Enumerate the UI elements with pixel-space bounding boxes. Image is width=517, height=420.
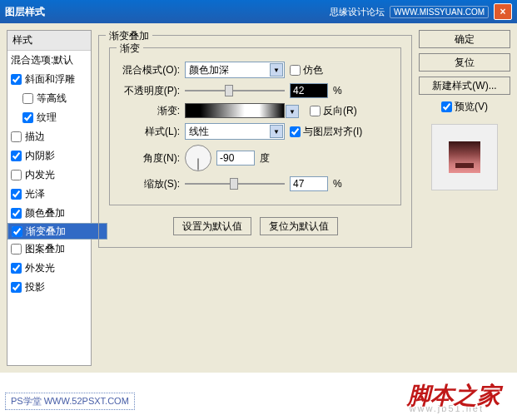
scale-field[interactable]: 47 <box>290 176 328 191</box>
window-title: 图层样式 <box>5 5 45 19</box>
style-label: 等高线 <box>37 91 67 106</box>
new-style-button[interactable]: 新建样式(W)... <box>419 77 510 95</box>
style-item-5[interactable]: 内发光 <box>7 166 91 185</box>
forum-url: WWW.MISSYUAN.COM <box>390 6 489 18</box>
style-checkbox[interactable] <box>11 74 22 85</box>
chevron-down-icon: ▼ <box>270 125 283 138</box>
style-label: 内阴影 <box>25 149 55 163</box>
reset-default-button[interactable]: 复位为默认值 <box>260 217 338 235</box>
style-item-11[interactable]: 投影 <box>7 278 91 297</box>
style-checkbox[interactable] <box>22 93 33 104</box>
style-checkbox[interactable] <box>11 151 22 161</box>
preview-thumbnail <box>431 124 498 190</box>
forum-text: 思缘设计论坛 <box>330 6 385 18</box>
right-panel: 确定 复位 新建样式(W)... 预览(V) <box>419 30 510 366</box>
blend-options-row[interactable]: 混合选项:默认 <box>7 51 91 70</box>
styles-header: 样式 <box>7 31 91 51</box>
style-checkbox[interactable] <box>12 226 22 237</box>
close-icon[interactable]: × <box>494 3 512 20</box>
scale-slider[interactable] <box>185 178 285 190</box>
style-label: 颜色叠加 <box>25 206 65 220</box>
style-checkbox[interactable] <box>11 189 22 200</box>
blend-mode-select[interactable]: 颜色加深▼ <box>185 62 285 78</box>
chevron-down-icon: ▼ <box>270 63 283 77</box>
style-item-3[interactable]: 描边 <box>7 127 91 146</box>
ok-button[interactable]: 确定 <box>419 30 510 48</box>
blend-mode-label: 混合模式(O): <box>120 63 180 77</box>
style-item-8[interactable]: 渐变叠加 <box>7 223 107 240</box>
style-label: 纹理 <box>37 111 57 125</box>
gradient-picker[interactable]: ▼ <box>185 103 285 118</box>
style-label: 渐变叠加 <box>26 225 66 239</box>
style-item-7[interactable]: 颜色叠加 <box>7 204 91 223</box>
watermark-main: 脚本之家 <box>407 380 500 412</box>
style-label: 投影 <box>25 280 45 294</box>
align-checkbox[interactable]: 与图层对齐(I) <box>290 125 362 139</box>
titlebar: 图层样式 思缘设计论坛 WWW.MISSYUAN.COM × <box>0 0 517 23</box>
inner-legend: 渐变 <box>117 42 143 56</box>
make-default-button[interactable]: 设置为默认值 <box>173 217 251 235</box>
style-checkbox[interactable] <box>11 282 22 293</box>
style-checkbox[interactable] <box>11 170 22 180</box>
style-checkbox[interactable] <box>22 112 33 123</box>
angle-dial[interactable] <box>185 145 211 171</box>
style-checkbox[interactable] <box>11 263 22 274</box>
style-label: 内发光 <box>25 168 55 182</box>
style-label: 光泽 <box>25 187 45 201</box>
gradient-inner-group: 渐变 混合模式(O): 颜色加深▼ 仿色 不透明度(P): 42 % 渐变: ▼ <box>109 47 401 205</box>
style-item-1[interactable]: 等高线 <box>7 89 91 108</box>
chevron-down-icon: ▼ <box>286 105 299 118</box>
cancel-button[interactable]: 复位 <box>419 53 510 72</box>
opacity-slider[interactable] <box>185 85 285 96</box>
style-label: 图案叠加 <box>25 242 65 256</box>
style-checkbox[interactable] <box>11 208 22 219</box>
footer: PS学堂 WWW.52PSXT.COM www.jb51.net 脚本之家 <box>0 373 517 420</box>
opacity-field[interactable]: 42 <box>290 83 328 98</box>
gradient-label: 渐变: <box>120 104 180 118</box>
style-item-9[interactable]: 图案叠加 <box>7 240 91 259</box>
style-select[interactable]: 线性▼ <box>185 123 285 140</box>
dither-checkbox[interactable]: 仿色 <box>290 63 323 77</box>
watermark-psxt: PS学堂 WWW.52PSXT.COM <box>5 393 135 410</box>
style-checkbox[interactable] <box>11 244 22 254</box>
style-label: 描边 <box>25 130 45 144</box>
opacity-label: 不透明度(P): <box>120 84 180 98</box>
style-checkbox[interactable] <box>11 131 22 142</box>
style-label: 外发光 <box>25 261 55 275</box>
gradient-overlay-group: 渐变叠加 渐变 混合模式(O): 颜色加深▼ 仿色 不透明度(P): 42 % … <box>98 35 412 248</box>
reverse-checkbox[interactable]: 反向(R) <box>310 104 357 118</box>
style-item-2[interactable]: 纹理 <box>7 108 91 127</box>
style-item-10[interactable]: 外发光 <box>7 259 91 278</box>
style-item-0[interactable]: 斜面和浮雕 <box>7 70 91 89</box>
preview-checkbox[interactable]: 预览(V) <box>419 100 510 114</box>
style-label: 样式(L): <box>120 125 180 139</box>
scale-label: 缩放(S): <box>120 177 180 191</box>
styles-panel: 样式 混合选项:默认 斜面和浮雕等高线纹理描边内阴影内发光光泽颜色叠加渐变叠加图… <box>7 30 92 366</box>
style-item-6[interactable]: 光泽 <box>7 185 91 204</box>
angle-label: 角度(N): <box>120 151 180 166</box>
angle-field[interactable]: -90 <box>216 151 255 166</box>
style-label: 斜面和浮雕 <box>25 72 75 86</box>
style-item-4[interactable]: 内阴影 <box>7 146 91 166</box>
